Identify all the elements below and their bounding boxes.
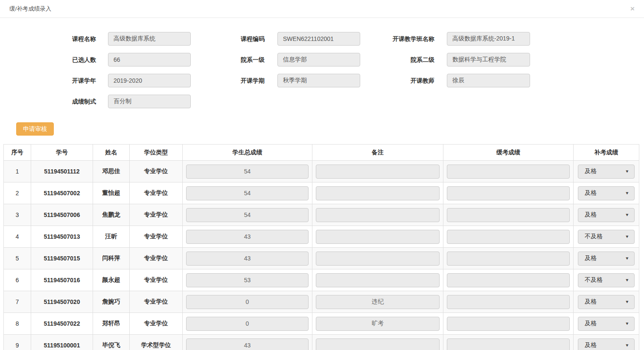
deferred-score-cell <box>443 335 574 350</box>
scores-table-body: 1 51194501112 邓思佳 专业学位 及格 ▼ 2 5119450700… <box>4 161 639 350</box>
header-remark: 备注 <box>312 145 443 161</box>
makeup-score-select[interactable]: 不及格 ▼ <box>578 273 635 287</box>
table-row: 1 51194501112 邓思佳 专业学位 及格 ▼ <box>4 161 639 182</box>
table-row: 7 51194507020 詹婉巧 专业学位 及格 ▼ <box>4 291 639 313</box>
chevron-down-icon: ▼ <box>625 256 629 260</box>
makeup-score-value: 及格 <box>585 168 597 175</box>
header-degree-type: 学位类型 <box>130 145 183 161</box>
student-name-cell: 颜永超 <box>93 269 130 291</box>
student-name-cell: 詹婉巧 <box>93 291 130 313</box>
remark-input <box>316 338 440 350</box>
makeup-score-select[interactable]: 不及格 ▼ <box>578 230 635 244</box>
academic-year-input[interactable] <box>108 74 191 87</box>
makeup-score-cell: 及格 ▼ <box>574 291 639 313</box>
form-row-4: 成绩制式 <box>0 95 644 108</box>
remark-cell <box>312 291 443 313</box>
table-row: 5 51194507015 闫科萍 专业学位 及格 ▼ <box>4 248 639 269</box>
remark-cell <box>312 226 443 248</box>
student-name-cell: 邓思佳 <box>93 161 130 182</box>
modal-header: 缓/补考成绩录入 × <box>0 0 644 18</box>
degree-type-cell: 学术型学位 <box>130 335 183 350</box>
deferred-score-input[interactable] <box>447 230 570 244</box>
makeup-score-select[interactable]: 及格 ▼ <box>578 186 635 200</box>
student-name-cell: 毕倪飞 <box>93 335 130 350</box>
deferred-score-cell <box>443 161 574 182</box>
header-deferred-score: 缓考成绩 <box>443 145 574 161</box>
makeup-score-cell: 不及格 ▼ <box>574 269 639 291</box>
total-score-input <box>186 252 309 266</box>
makeup-score-select[interactable]: 及格 ▼ <box>578 317 635 331</box>
student-id-cell: 51194507015 <box>31 248 93 269</box>
total-score-cell <box>183 335 312 350</box>
student-id-cell: 51194507002 <box>31 182 93 204</box>
makeup-score-value: 及格 <box>585 189 597 197</box>
deferred-score-input[interactable] <box>447 273 570 287</box>
page-title: 缓/补考成绩录入 <box>9 5 51 13</box>
form-row-3: 开课学年 开课学期 开课教师 <box>0 74 644 87</box>
deferred-score-input[interactable] <box>447 208 570 222</box>
course-code-input[interactable] <box>277 32 360 46</box>
deferred-score-cell <box>443 182 574 204</box>
degree-type-cell: 专业学位 <box>130 313 183 335</box>
deferred-score-input[interactable] <box>447 186 570 200</box>
remark-cell <box>312 269 443 291</box>
remark-input <box>316 252 440 266</box>
makeup-score-select[interactable]: 及格 ▼ <box>578 252 635 266</box>
deferred-score-input[interactable] <box>447 252 570 266</box>
semester-input[interactable] <box>277 74 360 87</box>
course-code-label: 课程编码 <box>191 32 265 46</box>
header-student-id: 学号 <box>31 145 93 161</box>
deferred-score-input[interactable] <box>447 317 570 331</box>
apply-review-button[interactable]: 申请审核 <box>16 122 54 136</box>
scores-table-header: 序号 学号 姓名 学位类型 学生总成绩 备注 缓考成绩 补考成绩 <box>4 145 639 161</box>
makeup-score-select[interactable]: 及格 ▼ <box>578 208 635 222</box>
makeup-score-value: 及格 <box>585 211 597 219</box>
course-info-form: 课程名称 课程编码 开课教学班名称 已选人数 院系一级 院系二级 开课学年 开课… <box>0 18 644 108</box>
table-row: 3 51194507006 焦鹏龙 专业学位 及格 ▼ <box>4 204 639 226</box>
remark-cell <box>312 335 443 350</box>
student-id-cell: 51194507022 <box>31 313 93 335</box>
table-row: 8 51194507022 郑轩昂 专业学位 及格 ▼ <box>4 313 639 335</box>
remark-cell <box>312 161 443 182</box>
total-score-input <box>186 208 309 222</box>
total-score-cell <box>183 248 312 269</box>
deferred-score-input[interactable] <box>447 338 570 350</box>
student-id-cell: 51194507020 <box>31 291 93 313</box>
remark-input <box>316 186 440 200</box>
faculty-level2-input[interactable] <box>447 53 530 67</box>
degree-type-cell: 专业学位 <box>130 248 183 269</box>
deferred-score-cell <box>443 204 574 226</box>
deferred-score-input[interactable] <box>447 165 570 179</box>
academic-year-label: 开课学年 <box>0 74 96 87</box>
makeup-score-cell: 不及格 ▼ <box>574 226 639 248</box>
student-id-cell: 51194507013 <box>31 226 93 248</box>
total-score-cell <box>183 204 312 226</box>
class-name-input[interactable] <box>447 32 530 46</box>
remark-input <box>316 165 440 179</box>
enrolled-count-input[interactable] <box>108 53 191 67</box>
makeup-score-cell: 及格 ▼ <box>574 335 639 350</box>
row-index-cell: 4 <box>4 226 31 248</box>
deferred-score-input[interactable] <box>447 295 570 309</box>
row-index-cell: 9 <box>4 335 31 350</box>
teacher-label: 开课教师 <box>360 74 434 87</box>
faculty-level2-label: 院系二级 <box>360 53 434 67</box>
course-name-input[interactable] <box>108 32 191 46</box>
header-total-score: 学生总成绩 <box>183 145 312 161</box>
makeup-score-select[interactable]: 及格 ▼ <box>578 295 635 309</box>
header-makeup-score: 补考成绩 <box>574 145 639 161</box>
row-index-cell: 8 <box>4 313 31 335</box>
grading-scheme-input[interactable] <box>108 95 191 108</box>
row-index-cell: 7 <box>4 291 31 313</box>
makeup-score-select[interactable]: 及格 ▼ <box>578 338 635 350</box>
deferred-score-cell <box>443 313 574 335</box>
student-id-cell: 51194507016 <box>31 269 93 291</box>
deferred-score-cell <box>443 248 574 269</box>
total-score-cell <box>183 313 312 335</box>
makeup-score-select[interactable]: 及格 ▼ <box>578 165 635 179</box>
close-icon[interactable]: × <box>630 5 635 12</box>
table-row: 2 51194507002 董怡超 专业学位 及格 ▼ <box>4 182 639 204</box>
teacher-input[interactable] <box>447 74 530 87</box>
student-name-cell: 焦鹏龙 <box>93 204 130 226</box>
faculty-level1-input[interactable] <box>277 53 360 67</box>
